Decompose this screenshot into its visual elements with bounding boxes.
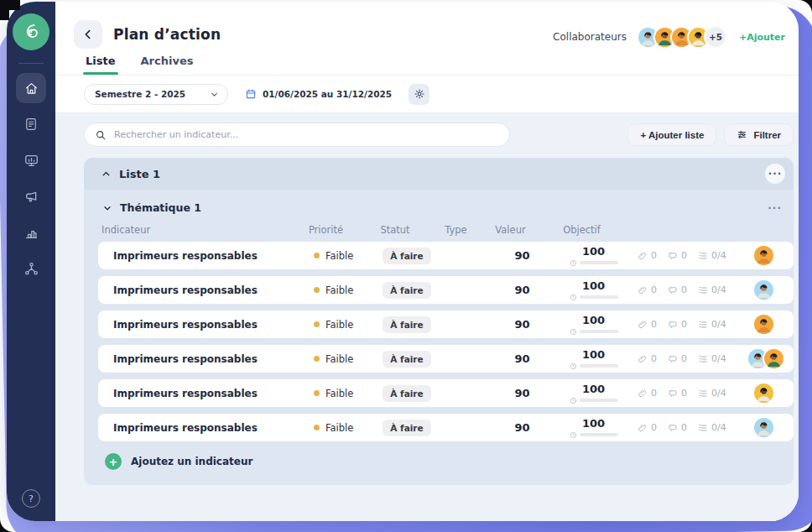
add-indicator-button[interactable]: + Ajoutez un indicateur (105, 453, 794, 470)
objective-value: 100 (582, 417, 605, 430)
table-row[interactable]: Imprimeurs responsables Faible À faire 9… (98, 379, 794, 407)
comments-counter[interactable]: 0 (668, 388, 687, 399)
indicator-name: Imprimeurs responsables (113, 319, 302, 331)
priority-label: Faible (325, 422, 353, 434)
tasks-counter[interactable]: 0/4 (698, 353, 726, 364)
tab-liste[interactable]: Liste (86, 55, 116, 75)
assignee-avatars[interactable] (747, 347, 799, 370)
tasks-counter[interactable]: 0/4 (698, 422, 726, 433)
indicator-name: Imprimeurs responsables (113, 388, 302, 399)
checklist-icon (698, 354, 708, 364)
priority-cell: Faible (302, 353, 373, 365)
priority-cell: Faible (302, 388, 373, 399)
sidebar-item-campaigns[interactable] (16, 181, 46, 211)
paperclip-icon (638, 389, 648, 399)
app-logo[interactable] (13, 13, 49, 50)
tasks-counter[interactable]: 0/4 (698, 319, 726, 330)
comment-icon (668, 389, 678, 399)
table-row[interactable]: Imprimeurs responsables Faible À faire 9… (98, 242, 794, 269)
priority-dot-icon (314, 390, 320, 396)
objective-value: 100 (582, 279, 605, 292)
document-icon (23, 117, 39, 132)
value-cell: 90 (495, 352, 549, 365)
tasks-counter[interactable]: 0/4 (698, 250, 726, 261)
attachments-counter[interactable]: 0 (638, 353, 657, 364)
attachments-counter[interactable]: 0 (638, 319, 657, 330)
add-list-button[interactable]: + Ajouter liste (627, 123, 716, 146)
assignee-avatars[interactable] (747, 313, 794, 336)
period-select[interactable]: Semestre 2 - 2025 (84, 84, 228, 105)
objective-cell: 100 (549, 314, 638, 336)
row-meta: 0 0 0/4 (638, 353, 747, 364)
back-button[interactable] (74, 20, 102, 49)
assignee-avatars[interactable] (747, 382, 794, 404)
theme-menu-button[interactable]: ··· (768, 202, 782, 214)
clock-icon (570, 397, 577, 404)
status-badge: À faire (383, 248, 430, 264)
comment-icon (668, 354, 678, 364)
filter-button-label: Filtrer (753, 130, 781, 140)
priority-dot-icon (314, 356, 320, 362)
table-row[interactable]: Imprimeurs responsables Faible À faire 9… (98, 345, 794, 373)
tab-archives[interactable]: Archives (141, 55, 194, 75)
paperclip-icon (638, 285, 648, 295)
list-header[interactable]: Liste 1 ··· (84, 158, 794, 190)
comments-counter[interactable]: 0 (668, 353, 687, 364)
assignee-avatars[interactable] (747, 244, 794, 267)
avatar-man-blue (752, 279, 775, 301)
comments-counter[interactable]: 0 (668, 250, 687, 261)
filter-button[interactable]: Filtrer (724, 123, 794, 146)
comments-counter[interactable]: 0 (668, 422, 687, 433)
table-row[interactable]: Imprimeurs responsables Faible À faire 9… (98, 414, 794, 441)
table-row[interactable]: Imprimeurs responsables Faible À faire 9… (98, 310, 794, 338)
collaborator-avatars[interactable] (637, 26, 710, 49)
sidebar-item-network[interactable] (16, 253, 46, 284)
gear-icon (414, 88, 425, 100)
screen: ? Plan d’action Liste Archives Collabora… (0, 0, 812, 532)
value-cell: 90 (495, 249, 549, 262)
table-row[interactable]: Imprimeurs responsables Faible À faire 9… (98, 276, 794, 304)
attachments-counter[interactable]: 0 (638, 284, 657, 295)
objective-cell: 100 (549, 245, 638, 267)
tasks-counter[interactable]: 0/4 (698, 284, 726, 295)
indicator-name: Imprimeurs responsables (113, 284, 302, 296)
assignee-avatars[interactable] (747, 416, 794, 439)
checklist-icon (698, 423, 708, 433)
paperclip-icon (638, 423, 648, 433)
page-title: Plan d’action (113, 26, 221, 43)
comments-counter[interactable]: 0 (668, 319, 687, 330)
col-statut: Statut (362, 224, 429, 236)
attachments-counter[interactable]: 0 (638, 422, 657, 433)
help-glyph: ? (29, 493, 34, 504)
attachments-counter[interactable]: 0 (638, 388, 657, 399)
avatar-woman-dark-amber (752, 382, 775, 404)
tasks-counter[interactable]: 0/4 (698, 388, 726, 399)
collaborators-overflow-badge[interactable]: +5 (704, 25, 727, 49)
add-collaborator-link[interactable]: +Ajouter (739, 32, 785, 43)
sidebar-item-dashboard[interactable] (16, 145, 46, 175)
attachments-counter[interactable]: 0 (638, 250, 657, 261)
assignee-avatars[interactable] (747, 279, 794, 301)
table-column-headers: Indicateur Priorité Statut Type Valeur O… (98, 224, 794, 236)
priority-label: Faible (325, 250, 353, 262)
screen-chart-icon (23, 153, 39, 169)
indicator-name: Imprimeurs responsables (113, 422, 302, 434)
sidebar-item-home[interactable] (16, 73, 46, 103)
main-area: Plan d’action Liste Archives Collaborate… (55, 2, 799, 521)
sidebar-item-statistics[interactable] (16, 217, 46, 248)
settings-button[interactable] (409, 84, 429, 105)
status-cell: À faire (373, 316, 440, 333)
comments-counter[interactable]: 0 (668, 284, 687, 295)
content-area: + Ajouter liste Filtrer Liste 1 ··· (55, 112, 799, 521)
clock-icon (570, 431, 577, 439)
status-cell: À faire (373, 351, 440, 368)
date-range[interactable]: 01/06/2025 au 31/12/2025 (245, 88, 392, 100)
sidebar-item-documents[interactable] (16, 109, 46, 139)
comment-icon (668, 285, 678, 295)
progress-bar (580, 364, 618, 368)
list-menu-button[interactable]: ··· (765, 164, 785, 184)
theme-header[interactable]: Thématique 1 ··· (84, 201, 794, 214)
clock-icon (570, 259, 577, 267)
help-icon[interactable]: ? (22, 489, 40, 508)
search-input[interactable] (114, 129, 499, 140)
